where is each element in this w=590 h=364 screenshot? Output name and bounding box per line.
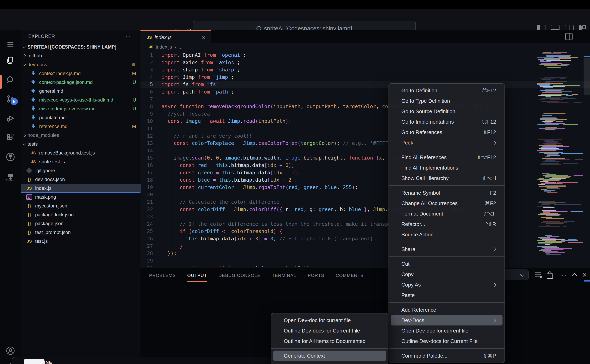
tree-file-removeBackground.test.js[interactable]: JSremoveBackground.test.js <box>21 149 141 157</box>
context-menu-item-refactor[interactable]: Refactor...^⇧R <box>391 219 503 229</box>
panel-tab-debug-console[interactable]: DEBUG CONSOLE <box>219 273 260 278</box>
code-line-6[interactable]: 6import path from "path"; <box>141 88 590 96</box>
code-line-18[interactable]: 18 const blue = this.bitmap.data[idx + 2… <box>141 176 590 184</box>
code-line-14[interactable]: 14 <box>141 147 590 155</box>
context-menu-item-find-all-implementations[interactable]: Find All Implementations <box>391 162 503 173</box>
explorer-more-actions-icon[interactable]: ··· <box>123 33 131 40</box>
tree-root[interactable]: SPRITEAI [CODESPACES: SHINY LAMP] <box>21 43 141 51</box>
code-line-19[interactable]: 19 const currentColor = Jimp.rgbaToInt(r… <box>141 184 590 191</box>
context-menu-item-share[interactable]: Share <box>391 244 503 254</box>
lock-scroll-icon[interactable] <box>547 273 553 279</box>
code-line-15[interactable]: 15 image.scan(0, 0, image.bitmap.width, … <box>141 154 590 162</box>
context-menu-item-add-reference[interactable]: Add Reference <box>391 305 503 315</box>
context-menu-item-go-to-implementations[interactable]: Go to Implementations⌘F12 <box>391 117 503 127</box>
extensions-activity-button[interactable] <box>0 129 21 146</box>
tree-file-test.js[interactable]: JStest.js <box>21 237 141 246</box>
tab-close-icon[interactable]: × <box>202 34 206 41</box>
code-line-9[interactable]: 9 //yeah fdsatea <box>141 110 590 118</box>
submenu-item-outline-dev-docs-for-current-file[interactable]: Outline Dev-docs for Current File <box>273 325 386 336</box>
tree-folder-dev-docs[interactable]: dev-docs <box>21 60 141 69</box>
code-line-30[interactable]: 30 let result = await image.writeAsync(o… <box>141 265 590 267</box>
github-activity-button[interactable] <box>0 148 21 166</box>
context-menu-item-dev-docs[interactable]: Dev-Docs <box>391 315 503 325</box>
tree-file-package-lock.json[interactable]: {}package-lock.json <box>21 210 141 219</box>
code-line-5[interactable]: 5import fs from "fs" <box>141 81 590 88</box>
minimap-slider[interactable] <box>584 58 590 95</box>
tree-file-dev-docs.json[interactable]: {}dev-docs.json <box>21 175 141 184</box>
tree-file-reference.md[interactable]: reference.mdM <box>21 122 141 131</box>
code-line-8[interactable]: 8async function removeBackgroundColor(in… <box>141 103 590 110</box>
debug-activity-button[interactable] <box>0 110 21 127</box>
context-menu-item-peek[interactable]: Peek <box>391 137 503 148</box>
code-line-28[interactable]: 28 }); <box>141 250 590 257</box>
panel-tab-terminal[interactable]: TERMINAL <box>272 273 296 278</box>
tree-file-misc-index-js-overview.md[interactable]: misc-index-js-overview.mdU <box>21 104 141 113</box>
breadcrumb-file[interactable]: index.js <box>156 44 172 50</box>
context-menu-item-go-to-references[interactable]: Go to References⇧F12 <box>391 127 503 137</box>
code-line-13[interactable]: 13 const colorToReplace = Jimp.cssColorT… <box>141 140 590 147</box>
panel-more-actions-icon[interactable]: ··· <box>559 272 567 278</box>
clear-output-icon[interactable] <box>535 273 541 277</box>
code-line-4[interactable]: 4import Jimp from "jimp"; <box>141 74 590 81</box>
panel-tab-problems[interactable]: PROBLEMS <box>149 273 176 278</box>
code-line-3[interactable]: 3import sharp from "sharp"; <box>141 66 590 74</box>
breadcrumb[interactable]: JS index.js › ... <box>141 43 590 51</box>
context-menu-item-change-all-occurrences[interactable]: Change All Occurrences⌘F2 <box>391 198 503 208</box>
context-menu-item-show-call-hierarchy[interactable]: Show Call Hierarchy⇧⌥H <box>391 173 503 183</box>
panel-tab-ports[interactable]: PORTS <box>308 273 324 278</box>
maximize-panel-icon[interactable] <box>572 273 577 278</box>
context-menu-item-format-document[interactable]: Format Document⇧⌥F <box>391 208 503 219</box>
source-control-activity-button[interactable]: 5 <box>0 90 21 108</box>
tree-folder-node_modules[interactable]: node_modules <box>21 131 141 140</box>
search-activity-button[interactable] <box>0 71 21 88</box>
code-line-16[interactable]: 16 const red = this.bitmap.data[idx + 0]… <box>141 162 590 169</box>
tree-file-index.js[interactable]: JSindex.js <box>21 184 141 193</box>
submenu-item-open-dev-doc-for-current-file[interactable]: Open Dev-doc for current file <box>273 315 386 325</box>
code-line-11[interactable]: 11 <box>141 125 590 132</box>
tree-file-context-index.js.md[interactable]: context-index.js.mdM <box>21 69 141 78</box>
context-menu-item-copy-as[interactable]: Copy As <box>391 280 503 290</box>
tree-file-.gitignore[interactable]: .gitignore <box>21 166 141 175</box>
code-line-20[interactable]: 20 <box>141 191 590 198</box>
context-menu-item-find-all-references[interactable]: Find All References⇧⌥F12 <box>391 152 503 162</box>
context-menu-item-open-dev-doc-for-current-file[interactable]: Open Dev-doc for current file <box>391 325 503 336</box>
code-line-23[interactable]: 23 <box>141 213 590 221</box>
tree-file-sprite.test.js[interactable]: JSsprite.test.js <box>21 157 141 166</box>
tree-file-package.json[interactable]: {}package.json <box>21 219 141 228</box>
code-line-17[interactable]: 17 const green = this.bitmap.data[idx + … <box>141 169 590 176</box>
panel-tab-output[interactable]: OUTPUT <box>187 273 207 278</box>
context-menu-item-command-palette[interactable]: Command Palette...⇧⌘P <box>391 351 503 361</box>
code-line-7[interactable]: 7 <box>141 96 590 103</box>
code-editor[interactable]: 1import OpenAI from "openai";2import axi… <box>141 51 590 267</box>
tree-folder-.github[interactable]: .github <box>21 51 141 60</box>
context-menu-item-copy[interactable]: Copy <box>391 269 503 280</box>
code-line-2[interactable]: 2import axios from "axios"; <box>141 59 590 66</box>
context-menu-item-source-action[interactable]: Source Action... <box>391 229 503 240</box>
panel-tab-comments[interactable]: COMMENTS <box>336 273 364 278</box>
code-line-29[interactable]: 29 <box>141 257 590 265</box>
tree-file-populate.md[interactable]: populate.md <box>21 113 141 122</box>
tree-file-general.md[interactable]: general.md <box>21 87 141 96</box>
minimap[interactable] <box>537 51 583 267</box>
tree-file-mask.png[interactable]: mask.png <box>21 193 141 202</box>
tree-file-context-package.json.md[interactable]: context-package.json.mdU <box>21 78 141 87</box>
code-line-25[interactable]: 25 if (colorDiff <= colorThreshold) { <box>141 228 590 235</box>
code-line-10[interactable]: 10 const image = await Jimp.read(inputPa… <box>141 117 590 125</box>
context-menu-item-paste[interactable]: Paste <box>391 290 503 300</box>
context-menu-item-go-to-type-definition[interactable]: Go to Type Definition <box>391 96 503 106</box>
code-line-21[interactable]: 21 // Calculate the color difference <box>141 198 590 206</box>
context-menu-item-go-to-definition[interactable]: Go to Definition⌘F12 <box>391 85 503 96</box>
code-line-26[interactable]: 26 this.bitmap.data[idx + 3] = 0; // Set… <box>141 235 590 243</box>
code-line-12[interactable]: 12 // r and t are very cool!! <box>141 132 590 140</box>
breadcrumb-rest[interactable]: ... <box>178 44 182 50</box>
submenu-item-outline-for-all-items-to-documented[interactable]: Outline for All items to Documented <box>273 336 386 346</box>
submenu-item-generate-context[interactable]: Generate Context <box>273 351 386 361</box>
context-menu-item-outline-dev-docs-for-current-file[interactable]: Outline Dev-docs for Current File <box>391 336 503 346</box>
tree-file-test_prompt.json[interactable]: {}test_prompt.json <box>21 228 141 237</box>
tab-index-js[interactable]: JS index.js × <box>141 30 211 44</box>
files-activity-button[interactable] <box>0 52 21 69</box>
editor-more-actions-icon[interactable]: ··· <box>578 33 586 40</box>
tree-folder-tests[interactable]: tests <box>21 140 141 149</box>
menu-activity-button[interactable] <box>0 36 21 53</box>
tree-file-misc-cool-ways-to-use-this-sdk.md[interactable]: misc-cool-ways-to-use-this-sdk.mdU <box>21 96 141 104</box>
